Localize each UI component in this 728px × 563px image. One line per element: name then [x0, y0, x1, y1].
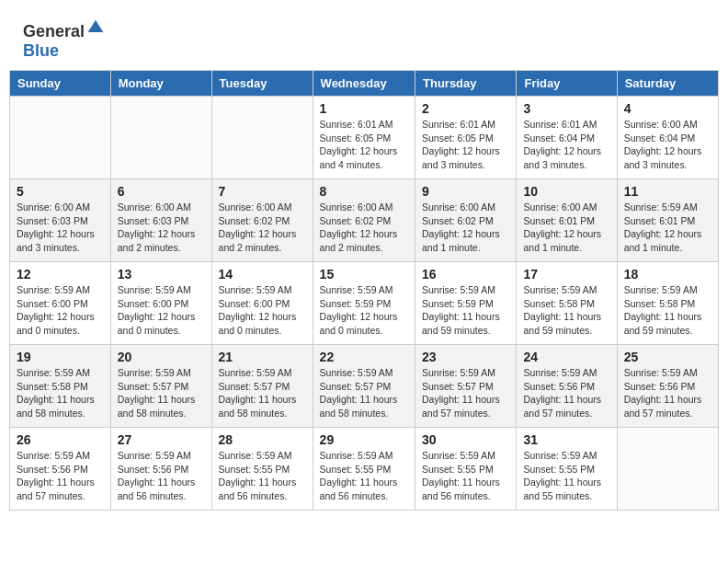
- day-number: 20: [118, 350, 205, 364]
- day-info: Sunrise: 5:59 AM Sunset: 5:58 PM Dayligh…: [624, 283, 711, 338]
- day-info: Sunrise: 5:59 AM Sunset: 5:57 PM Dayligh…: [320, 366, 408, 420]
- day-info: Sunrise: 5:59 AM Sunset: 6:00 PM Dayligh…: [17, 283, 104, 338]
- calendar-cell: 11Sunrise: 5:59 AM Sunset: 6:01 PM Dayli…: [617, 179, 718, 262]
- day-number: 16: [422, 267, 509, 282]
- day-info: Sunrise: 6:00 AM Sunset: 6:02 PM Dayligh…: [219, 201, 306, 255]
- day-number: 11: [624, 184, 711, 199]
- calendar-cell: 29Sunrise: 5:59 AM Sunset: 5:55 PM Dayli…: [313, 428, 415, 511]
- calendar-cell: 22Sunrise: 5:59 AM Sunset: 5:57 PM Dayli…: [313, 345, 415, 428]
- day-number: 9: [422, 184, 509, 199]
- calendar-week-row: 26Sunrise: 5:59 AM Sunset: 5:56 PM Dayli…: [10, 428, 719, 511]
- day-number: 29: [320, 432, 408, 447]
- calendar-cell: 19Sunrise: 5:59 AM Sunset: 5:58 PM Dayli…: [10, 345, 111, 428]
- weekday-header: Thursday: [415, 71, 517, 97]
- day-info: Sunrise: 5:59 AM Sunset: 5:58 PM Dayligh…: [523, 283, 609, 338]
- logo-blue: Blue: [23, 41, 59, 60]
- calendar-cell: [211, 97, 313, 179]
- day-info: Sunrise: 5:59 AM Sunset: 5:56 PM Dayligh…: [17, 449, 104, 503]
- calendar-cell: 13Sunrise: 5:59 AM Sunset: 6:00 PM Dayli…: [110, 262, 211, 345]
- weekday-header: Monday: [110, 71, 211, 97]
- weekday-header: Friday: [517, 71, 617, 97]
- day-number: 13: [118, 267, 205, 282]
- day-number: 2: [422, 101, 509, 116]
- calendar-cell: 17Sunrise: 5:59 AM Sunset: 5:58 PM Dayli…: [517, 262, 617, 345]
- day-info: Sunrise: 5:59 AM Sunset: 5:57 PM Dayligh…: [118, 366, 205, 420]
- day-number: 7: [219, 184, 306, 199]
- calendar-cell: 9Sunrise: 6:00 AM Sunset: 6:02 PM Daylig…: [415, 179, 517, 262]
- calendar-cell: 21Sunrise: 5:59 AM Sunset: 5:57 PM Dayli…: [211, 345, 313, 428]
- day-number: 28: [219, 432, 306, 447]
- day-info: Sunrise: 5:59 AM Sunset: 5:57 PM Dayligh…: [219, 366, 306, 420]
- weekday-header: Saturday: [617, 71, 718, 97]
- day-number: 3: [523, 101, 609, 116]
- day-info: Sunrise: 6:01 AM Sunset: 6:05 PM Dayligh…: [320, 118, 408, 172]
- logo: General Blue: [23, 18, 105, 61]
- day-number: 27: [118, 432, 205, 447]
- calendar-cell: 18Sunrise: 5:59 AM Sunset: 5:58 PM Dayli…: [617, 262, 718, 345]
- day-number: 30: [422, 432, 509, 447]
- day-number: 26: [17, 432, 104, 447]
- day-info: Sunrise: 5:59 AM Sunset: 5:59 PM Dayligh…: [320, 283, 408, 338]
- calendar-week-row: 12Sunrise: 5:59 AM Sunset: 6:00 PM Dayli…: [10, 262, 719, 345]
- day-info: Sunrise: 5:59 AM Sunset: 5:55 PM Dayligh…: [219, 449, 306, 503]
- calendar-cell: 2Sunrise: 6:01 AM Sunset: 6:05 PM Daylig…: [415, 97, 517, 179]
- day-number: 14: [219, 267, 306, 282]
- day-info: Sunrise: 5:59 AM Sunset: 5:59 PM Dayligh…: [422, 283, 509, 338]
- day-number: 21: [219, 350, 306, 364]
- day-info: Sunrise: 6:01 AM Sunset: 6:04 PM Dayligh…: [523, 118, 609, 172]
- day-info: Sunrise: 5:59 AM Sunset: 6:00 PM Dayligh…: [219, 283, 306, 338]
- calendar-cell: 15Sunrise: 5:59 AM Sunset: 5:59 PM Dayli…: [313, 262, 415, 345]
- calendar-cell: 24Sunrise: 5:59 AM Sunset: 5:56 PM Dayli…: [517, 345, 617, 428]
- day-info: Sunrise: 5:59 AM Sunset: 5:58 PM Dayligh…: [17, 366, 104, 420]
- calendar-cell: 10Sunrise: 6:00 AM Sunset: 6:01 PM Dayli…: [517, 179, 617, 262]
- calendar-header-row: SundayMondayTuesdayWednesdayThursdayFrid…: [10, 71, 719, 97]
- day-info: Sunrise: 6:00 AM Sunset: 6:01 PM Dayligh…: [523, 201, 609, 255]
- day-number: 15: [320, 267, 408, 282]
- day-number: 5: [17, 184, 104, 199]
- logo-icon: [86, 18, 105, 37]
- calendar-cell: [110, 97, 211, 179]
- day-number: 12: [17, 267, 104, 282]
- day-number: 1: [320, 101, 408, 116]
- weekday-header: Wednesday: [313, 71, 415, 97]
- page-header: General Blue: [9, 9, 719, 65]
- calendar-cell: 6Sunrise: 6:00 AM Sunset: 6:03 PM Daylig…: [110, 179, 211, 262]
- day-number: 18: [624, 267, 711, 282]
- calendar-cell: 30Sunrise: 5:59 AM Sunset: 5:55 PM Dayli…: [415, 428, 517, 511]
- calendar-cell: 31Sunrise: 5:59 AM Sunset: 5:55 PM Dayli…: [517, 428, 617, 511]
- day-info: Sunrise: 6:00 AM Sunset: 6:02 PM Dayligh…: [320, 201, 408, 255]
- day-info: Sunrise: 6:00 AM Sunset: 6:02 PM Dayligh…: [422, 201, 509, 255]
- calendar-cell: 16Sunrise: 5:59 AM Sunset: 5:59 PM Dayli…: [415, 262, 517, 345]
- day-info: Sunrise: 5:59 AM Sunset: 5:56 PM Dayligh…: [118, 449, 205, 503]
- day-info: Sunrise: 6:00 AM Sunset: 6:03 PM Dayligh…: [17, 201, 104, 255]
- calendar-week-row: 1Sunrise: 6:01 AM Sunset: 6:05 PM Daylig…: [10, 97, 719, 179]
- day-number: 8: [320, 184, 408, 199]
- day-info: Sunrise: 5:59 AM Sunset: 5:56 PM Dayligh…: [523, 366, 609, 420]
- calendar-cell: 14Sunrise: 5:59 AM Sunset: 6:00 PM Dayli…: [211, 262, 313, 345]
- calendar-table: SundayMondayTuesdayWednesdayThursdayFrid…: [9, 70, 719, 511]
- day-info: Sunrise: 5:59 AM Sunset: 5:55 PM Dayligh…: [523, 449, 609, 503]
- calendar-cell: 12Sunrise: 5:59 AM Sunset: 6:00 PM Dayli…: [10, 262, 111, 345]
- calendar-cell: 7Sunrise: 6:00 AM Sunset: 6:02 PM Daylig…: [211, 179, 313, 262]
- day-number: 25: [624, 350, 711, 364]
- calendar-cell: [617, 428, 718, 511]
- calendar-cell: 4Sunrise: 6:00 AM Sunset: 6:04 PM Daylig…: [617, 97, 718, 179]
- calendar-cell: 3Sunrise: 6:01 AM Sunset: 6:04 PM Daylig…: [517, 97, 617, 179]
- calendar-cell: 5Sunrise: 6:00 AM Sunset: 6:03 PM Daylig…: [10, 179, 111, 262]
- day-number: 17: [523, 267, 609, 282]
- day-info: Sunrise: 5:59 AM Sunset: 5:55 PM Dayligh…: [320, 449, 408, 503]
- calendar-week-row: 5Sunrise: 6:00 AM Sunset: 6:03 PM Daylig…: [10, 179, 719, 262]
- day-info: Sunrise: 5:59 AM Sunset: 5:56 PM Dayligh…: [624, 366, 711, 420]
- day-number: 23: [422, 350, 509, 364]
- day-number: 6: [118, 184, 205, 199]
- day-number: 10: [523, 184, 609, 199]
- day-number: 31: [523, 432, 609, 447]
- calendar-cell: 23Sunrise: 5:59 AM Sunset: 5:57 PM Dayli…: [415, 345, 517, 428]
- svg-marker-0: [88, 20, 104, 32]
- calendar-cell: 27Sunrise: 5:59 AM Sunset: 5:56 PM Dayli…: [110, 428, 211, 511]
- calendar-cell: 1Sunrise: 6:01 AM Sunset: 6:05 PM Daylig…: [313, 97, 415, 179]
- calendar-cell: [10, 97, 111, 179]
- day-number: 19: [17, 350, 104, 364]
- calendar-week-row: 19Sunrise: 5:59 AM Sunset: 5:58 PM Dayli…: [10, 345, 719, 428]
- day-number: 4: [624, 101, 711, 116]
